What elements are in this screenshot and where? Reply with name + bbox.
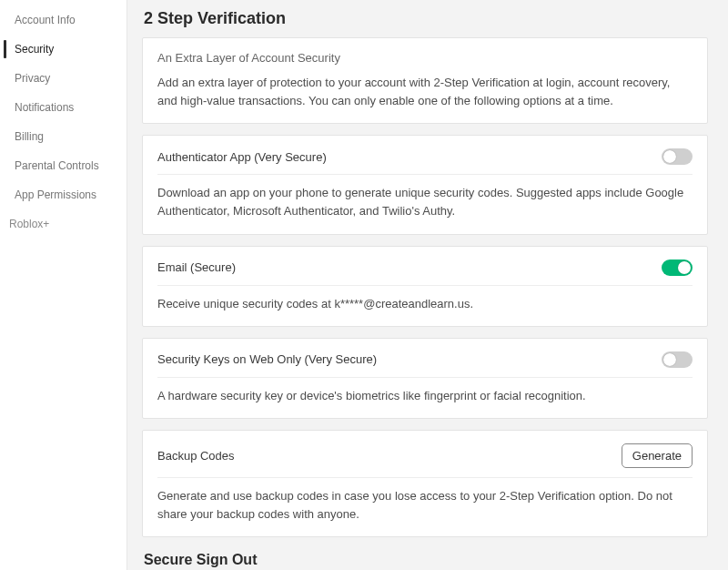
sidebar-item-roblox-plus[interactable]: Roblox+ [0, 209, 126, 239]
security-keys-desc: A hardware security key or device's biom… [157, 387, 693, 405]
authenticator-desc: Download an app on your phone to generat… [157, 184, 693, 220]
sidebar-item-account-info[interactable]: Account Info [0, 5, 126, 35]
sidebar-item-billing[interactable]: Billing [0, 122, 126, 151]
email-desc: Receive unique security codes at k*****@… [157, 295, 693, 313]
sidebar-item-parental-controls[interactable]: Parental Controls [0, 151, 126, 180]
authenticator-card: Authenticator App (Very Secure) Download… [142, 135, 708, 234]
secure-signout-heading: Secure Sign Out [144, 552, 708, 568]
sidebar-item-security[interactable]: Security [0, 35, 126, 64]
security-keys-title: Security Keys on Web Only (Very Secure) [157, 352, 377, 366]
intro-subtitle: An Extra Layer of Account Security [157, 51, 693, 65]
two-step-heading: 2 Step Verification [144, 9, 708, 28]
main-content: 2 Step Verification An Extra Layer of Ac… [127, 0, 728, 570]
intro-card: An Extra Layer of Account Security Add a… [142, 37, 708, 124]
sidebar-item-privacy[interactable]: Privacy [0, 64, 126, 93]
email-toggle[interactable] [662, 260, 693, 276]
sidebar-item-notifications[interactable]: Notifications [0, 93, 126, 122]
sidebar-item-app-permissions[interactable]: App Permissions [0, 180, 126, 209]
security-keys-card: Security Keys on Web Only (Very Secure) … [142, 338, 708, 419]
backup-codes-card: Backup Codes Generate Generate and use b… [142, 430, 708, 537]
email-title: Email (Secure) [157, 260, 236, 274]
backup-codes-desc: Generate and use backup codes in case yo… [157, 487, 693, 524]
backup-codes-title: Backup Codes [157, 449, 235, 463]
security-keys-toggle[interactable] [662, 351, 693, 368]
generate-button[interactable]: Generate [622, 443, 693, 468]
settings-sidebar: Account Info Security Privacy Notificati… [0, 0, 127, 570]
authenticator-title: Authenticator App (Very Secure) [157, 150, 327, 164]
email-card: Email (Secure) Receive unique security c… [142, 246, 708, 327]
authenticator-toggle[interactable] [662, 148, 693, 165]
intro-desc: Add an extra layer of protection to your… [157, 74, 693, 110]
